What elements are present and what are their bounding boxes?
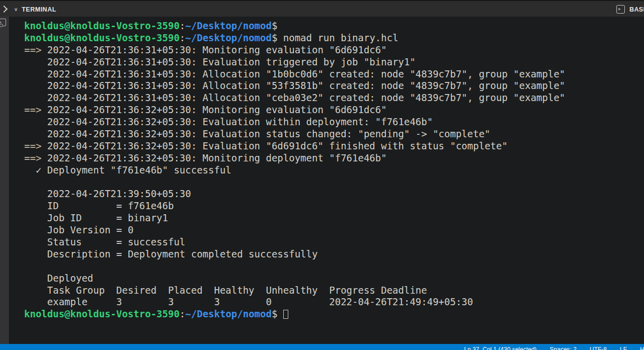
gear-icon (0, 24, 3, 27)
panel-expand-chevron-icon[interactable] (1, 6, 8, 13)
terminal-text-segment: : (180, 32, 185, 43)
terminal-line: Description = Deployment completed succe… (24, 248, 644, 260)
terminal-line: 2022-04-26T21:39:50+05:30 (24, 188, 644, 200)
terminal-line: Deployed (24, 273, 644, 285)
terminal-text-segment: 2022-04-26T21:36:31+05:30: Monitoring ev… (47, 44, 387, 55)
terminal-text-segment: Task Group Desired Placed Healthy Unheal… (24, 285, 427, 296)
terminal-text-segment: nomad run binary.hcl (277, 32, 398, 43)
terminal-text-segment: ==> (24, 152, 47, 163)
vscode-window: ∨ TERMINAL > BASH > knoldus@knoldus-Vost… (0, 0, 644, 350)
terminal-text-segment: Description = Deployment completed succe… (24, 248, 317, 259)
terminal-line: knoldus@knoldus-Vostro-3590:~/Desktop/no… (24, 20, 644, 32)
terminal-text-segment: $ (272, 308, 277, 319)
terminal-line: 2022-04-26T21:36:32+05:30: Evaluation wi… (24, 116, 644, 128)
terminal-text-segment: ~/Desktop/nomod (185, 20, 272, 31)
terminal-text-segment: knoldus@knoldus-Vostro-3590 (24, 32, 180, 43)
terminal-text-segment: Job Version = 0 (24, 224, 133, 235)
terminal-text-segment: 2022-04-26T21:36:31+05:30: Allocation "c… (24, 92, 565, 103)
terminal-panel-header: ∨ TERMINAL > BASH (0, 0, 644, 17)
chevron-down-icon[interactable]: ∨ (14, 7, 18, 12)
terminal-line: Job ID = binary1 (24, 212, 644, 224)
status-item-cursor-position[interactable]: Ln 37, Col 1 (430 selected) (464, 346, 537, 350)
terminal-text-segment: 2022-04-26T21:36:32+05:30: Evaluation "6… (47, 140, 508, 151)
status-item-indentation[interactable]: Spaces: 2 (550, 346, 577, 350)
terminal-line: 2022-04-26T21:36:32+05:30: Evaluation st… (24, 128, 644, 140)
status-item-encoding[interactable]: UTF-8 (590, 346, 607, 350)
status-item-language-mode[interactable]: HCL (640, 346, 644, 350)
panel-title-area: ∨ TERMINAL (14, 1, 56, 18)
terminal-text-segment: example 3 3 3 0 2022-04-26T21:49:49+05:3… (24, 296, 473, 307)
panel-title: TERMINAL (22, 6, 56, 13)
left-edge-strip: > (0, 17, 10, 344)
terminal-text-segment: ==> (24, 104, 47, 115)
terminal-text-segment: : (180, 20, 185, 31)
terminal-text-segment: 2022-04-26T21:36:31+05:30: Allocation "1… (24, 68, 565, 79)
terminal-line: ==> 2022-04-26T21:36:32+05:30: Monitorin… (24, 152, 644, 164)
terminal-line: ID = f761e46b (24, 200, 644, 212)
terminal-text-segment: 2022-04-26T21:39:50+05:30 (24, 188, 191, 199)
shell-selector[interactable]: > BASH (616, 1, 644, 18)
terminal-output[interactable]: knoldus@knoldus-Vostro-3590:~/Desktop/no… (10, 17, 644, 344)
terminal-text-segment: 2022-04-26T21:36:31+05:30: Evaluation tr… (24, 56, 416, 67)
terminal-text-segment: $ (272, 20, 277, 31)
terminal-cursor (283, 310, 288, 319)
terminal-text-segment: : (180, 308, 185, 319)
terminal-line: example 3 3 3 0 2022-04-26T21:49:49+05:3… (24, 296, 644, 308)
terminal-text-segment: knoldus@knoldus-Vostro-3590 (24, 308, 180, 319)
terminal-text-segment: $ (272, 32, 277, 43)
terminal-text-segment: Deployed (24, 273, 93, 284)
terminal-text-segment: ==> (24, 44, 47, 55)
terminal-icon: > (616, 5, 625, 14)
terminal-line: 2022-04-26T21:36:31+05:30: Evaluation tr… (24, 56, 644, 68)
status-bar: Ln 37, Col 1 (430 selected)Spaces: 2UTF-… (0, 344, 644, 350)
terminal-text-segment: Job ID = binary1 (24, 212, 168, 223)
terminal-text-segment: 2022-04-26T21:36:32+05:30: Evaluation wi… (24, 116, 433, 127)
terminal-line: ==> 2022-04-26T21:36:31+05:30: Monitorin… (24, 44, 644, 56)
terminal-line: Job Version = 0 (24, 224, 644, 236)
terminal-line: 2022-04-26T21:36:31+05:30: Allocation "1… (24, 68, 644, 80)
terminal-text-segment: 2022-04-26T21:36:32+05:30: Evaluation st… (24, 128, 491, 139)
terminal-line: 2022-04-26T21:36:31+05:30: Allocation "c… (24, 92, 644, 104)
terminal-text-segment: ✓ Deployment "f761e46b" successful (24, 164, 231, 176)
status-item-eol[interactable]: LF (620, 346, 627, 350)
terminal-text-segment: 2022-04-26T21:36:32+05:30: Monitoring ev… (47, 104, 387, 115)
shell-label: BASH (629, 6, 644, 13)
terminal-text-segment: 2022-04-26T21:36:31+05:30: Allocation "5… (24, 80, 565, 91)
terminal-line: ✓ Deployment "f761e46b" successful (24, 164, 644, 177)
terminal-text-segment (277, 308, 283, 319)
terminal-line (24, 260, 644, 273)
terminal-text-segment: knoldus@knoldus-Vostro-3590 (24, 20, 180, 31)
terminal-text-segment: Status = successful (24, 236, 185, 247)
terminal-line: ==> 2022-04-26T21:36:32+05:30: Monitorin… (24, 104, 644, 116)
terminal-text-segment: ID = f761e46b (24, 200, 174, 211)
terminal-text-segment: ==> (24, 140, 47, 151)
terminal-line: ==> 2022-04-26T21:36:32+05:30: Evaluatio… (24, 140, 644, 152)
terminal-line: knoldus@knoldus-Vostro-3590:~/Desktop/no… (24, 32, 644, 44)
terminal-line: Status = successful (24, 236, 644, 248)
terminal-text-segment: 2022-04-26T21:36:32+05:30: Monitoring de… (47, 152, 387, 163)
terminal-text-segment: ~/Desktop/nomod (185, 32, 272, 43)
terminal-line: 2022-04-26T21:36:31+05:30: Allocation "5… (24, 80, 644, 92)
terminal-text-segment: ~/Desktop/nomod (185, 308, 272, 319)
terminal-line (24, 177, 644, 189)
terminal-line: knoldus@knoldus-Vostro-3590:~/Desktop/no… (24, 308, 644, 320)
terminal-line: Task Group Desired Placed Healthy Unheal… (24, 285, 644, 297)
